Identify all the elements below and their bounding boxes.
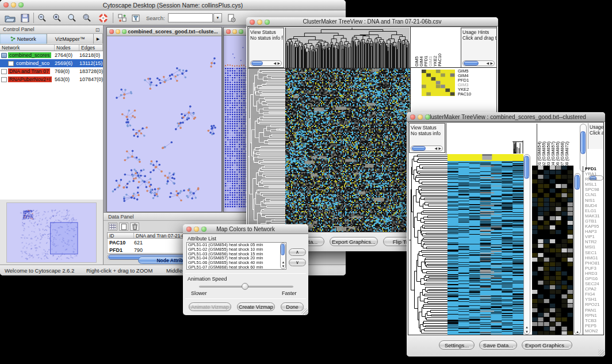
network-canvas[interactable] (107, 36, 221, 212)
minimize-icon[interactable] (232, 29, 237, 34)
gene-label[interactable]: SEC24 (585, 281, 604, 286)
network-list-row[interactable]: DNA and Tran 07 769(0) 183728(0) (0, 67, 103, 75)
usage-hints-hscrollbar[interactable]: ◀▶ (462, 60, 495, 66)
minimize-icon[interactable] (116, 29, 120, 34)
gene-label[interactable]: RPO21 (585, 302, 604, 307)
heatmap-vscrollbar[interactable]: ▲▼ (523, 154, 530, 335)
gene-label[interactable]: PAN1 (585, 308, 604, 313)
gene-label[interactable]: TCB3 (585, 318, 604, 323)
zoom-window-icon[interactable] (122, 29, 127, 34)
view-status-hscrollbar[interactable]: ◀▶ (250, 60, 282, 66)
search-dropdown-button[interactable]: ▼ (213, 13, 222, 22)
gene-label[interactable]: KAP95 (585, 224, 604, 229)
treeview1-column-dendrogram[interactable] (285, 28, 410, 68)
minimize-icon[interactable] (418, 114, 423, 120)
gene-label[interactable]: MSI1 (585, 244, 604, 250)
gene-label[interactable]: CLN1 (585, 192, 604, 197)
gene-label[interactable]: HAP3 (585, 229, 604, 234)
slider-thumb[interactable] (242, 283, 248, 290)
tab-overflow-arrow[interactable]: ▶ (94, 34, 103, 44)
col-edges[interactable]: Edges (79, 45, 103, 51)
create-vizmap-button[interactable]: Create Vizmap (237, 302, 275, 311)
close-icon[interactable] (410, 114, 415, 120)
save-session-button[interactable] (18, 13, 31, 23)
zoom-in-button[interactable] (51, 13, 63, 23)
gene-label[interactable]: NTR2 (585, 239, 604, 244)
open-session-button[interactable] (3, 13, 16, 23)
treeview2-zoom-detail[interactable] (532, 166, 573, 335)
zoom-window-icon[interactable] (425, 114, 430, 120)
help-button[interactable] (97, 12, 109, 24)
search-input[interactable] (168, 13, 213, 22)
minimize-icon[interactable] (257, 20, 262, 25)
close-icon[interactable] (186, 227, 192, 232)
filter-button[interactable] (130, 13, 141, 23)
network-list-row[interactable]: RNAPuberNov2+I 563(0) 107847(0) (0, 75, 103, 83)
main-titlebar[interactable]: Cytoscape Desktop (Session Name: collins… (0, 0, 346, 10)
close-icon[interactable] (109, 29, 114, 34)
gene-label[interactable]: PEP5 (585, 323, 604, 328)
treeview1-heatmap[interactable] (285, 68, 410, 232)
new-attribute-button[interactable] (119, 223, 128, 231)
minimize-icon[interactable] (11, 2, 16, 7)
resize-grip[interactable] (598, 350, 605, 356)
view-status-hscrollbar[interactable]: ◀▶ (411, 145, 443, 151)
gene-list-vscrollbar[interactable]: ▲ (574, 173, 581, 335)
gene-label[interactable]: ELG1 (585, 208, 604, 213)
gene-label[interactable]: PHO81 (585, 260, 604, 266)
column-label[interactable]: PAC10 (438, 53, 442, 67)
gene-label[interactable]: RPN1 (585, 313, 604, 318)
gene-label[interactable]: PFD1 (585, 166, 604, 171)
network-view-window[interactable]: combined_scores_good.txt--cluste... (106, 27, 222, 212)
new-network-button[interactable] (116, 13, 128, 23)
gene-label[interactable]: FIG4 (585, 292, 604, 297)
close-icon[interactable] (226, 29, 231, 34)
attribute-item[interactable]: GPL51-07 (GSM868) heat shock 60 min (187, 265, 286, 270)
gene-label[interactable]: MAK31 (585, 213, 604, 219)
animation-speed-slider[interactable] (199, 282, 293, 290)
col-network[interactable]: Network (0, 45, 55, 51)
tab-network[interactable]: Network (0, 34, 47, 44)
gene-label[interactable]: NIS1 (585, 198, 604, 203)
gene-label[interactable]: PAC10 (458, 92, 496, 97)
gene-label[interactable]: SPC98 (585, 187, 604, 192)
gene-label[interactable]: PUF3 (585, 266, 604, 271)
network-overview-canvas[interactable] (6, 202, 97, 263)
export-graphics-button[interactable]: Export Graphics... (330, 237, 378, 246)
gene-label[interactable]: VIP1 (585, 234, 604, 239)
float-panel-icon[interactable]: ⊡ (94, 26, 101, 33)
done-button[interactable]: Done (281, 302, 304, 311)
resize-grip[interactable] (301, 308, 308, 315)
gene-label[interactable]: RNR4 (585, 177, 604, 182)
select-attributes-button[interactable] (108, 223, 117, 231)
zoom-window-icon[interactable] (201, 227, 206, 232)
gene-label[interactable]: GTB1 (585, 219, 604, 224)
gene-label[interactable]: YRA1 (585, 171, 604, 177)
settings-button[interactable]: Settings... (439, 340, 475, 350)
zoom-out-button[interactable] (36, 13, 48, 23)
tab-vizmapper[interactable]: VizMapper™ (47, 34, 94, 44)
attribute-list-vscrollbar[interactable]: ▲▼ (280, 243, 286, 269)
treeview1-titlebar[interactable]: ClusterMaker TreeView : DNA and Tran 07-… (246, 17, 498, 26)
data-col-id[interactable]: ID (108, 233, 134, 238)
search-config-button[interactable] (225, 13, 237, 23)
minimize-icon[interactable] (194, 227, 199, 232)
zoom-window-icon[interactable] (239, 29, 243, 34)
gene-label[interactable]: BUD4 (585, 203, 604, 208)
gene-label[interactable]: GPI16 (585, 276, 604, 281)
zoom-fit-button[interactable] (66, 13, 78, 23)
gene-label[interactable]: MSL1 (585, 182, 604, 187)
animate-vizmap-button[interactable]: Animate Vizmap (189, 302, 231, 311)
treeview2-heatmap[interactable] (447, 154, 523, 335)
network-list-row[interactable]: combined_scores 2764(0) 16218(0) (0, 51, 103, 59)
column-labels-vscrollbar[interactable] (580, 124, 587, 172)
gene-label[interactable]: SEC1 (585, 250, 604, 255)
treeview1-row-dendrogram[interactable] (248, 68, 285, 232)
treeview2-column-tree-area[interactable] (446, 123, 525, 154)
zoom-window-icon[interactable] (265, 20, 270, 25)
gene-label[interactable]: MON2 (585, 328, 604, 334)
move-up-button[interactable]: ∧ (289, 248, 306, 256)
export-graphics-button[interactable]: Export Graphics... (522, 340, 572, 350)
treeview2-row-dendrogram[interactable] (409, 154, 447, 335)
close-icon[interactable] (250, 20, 255, 25)
